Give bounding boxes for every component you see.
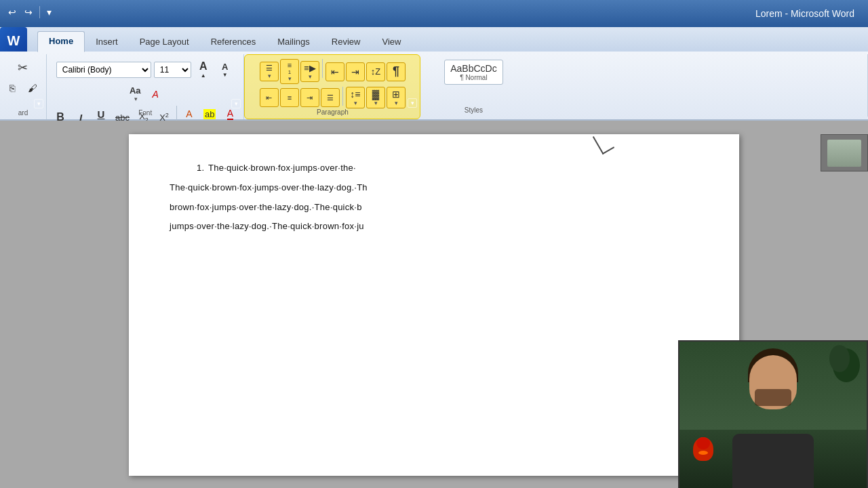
font-grow-button[interactable]: A▲ [194, 58, 213, 81]
style-preview[interactable]: AaBbCcDc ¶ Normal [444, 60, 502, 85]
numbering-button[interactable]: ≡ 1 ▾ [280, 59, 299, 84]
multilevel-list-button[interactable]: ≡▶ ▾ [300, 61, 319, 82]
cut-button[interactable]: ✂ [13, 58, 32, 77]
ribbon-group-paragraph: ☰ ▾ ≡ 1 ▾ ≡▶ ▾ ⇤ ⇥ [244, 54, 420, 119]
undo-button[interactable]: ↩ [5, 5, 19, 19]
document-page[interactable]: 1. The·quick·brown·fox·jumps·over·the· T… [129, 134, 739, 476]
title-bar: ↩ ↪ ▾ Lorem - Microsoft Word [0, 0, 868, 27]
justify-button[interactable]: ☰ [321, 88, 340, 107]
ribbon-group-styles: AaBbCcDc ¶ Normal Styles [420, 54, 868, 117]
clipboard-expand[interactable]: ▾ [34, 99, 43, 108]
style-normal-label: ¶ Normal [450, 74, 496, 81]
person-head [749, 355, 797, 409]
multilevel-icon: ≡▶ [304, 63, 316, 73]
ribbon: ✂ ⎘ 🖌 ard ▾ Calibri (Body) 11 A▲ A▼ [0, 52, 868, 121]
font-shrink-icon: A [222, 62, 228, 72]
align-right-icon: ⇥ [307, 94, 313, 102]
tab-review[interactable]: Review [321, 33, 372, 52]
center-icon: ≡ [288, 94, 292, 102]
office-icon: W [7, 33, 20, 49]
font-size-select[interactable]: 11 [154, 62, 191, 78]
font-shrink-button[interactable]: A▼ [216, 60, 235, 80]
borders-icon: ⊞ [392, 89, 400, 100]
paragraph-expand[interactable]: ▾ [408, 98, 417, 108]
show-paragraph-button[interactable]: ¶ [387, 62, 406, 81]
tab-insert[interactable]: Insert [85, 33, 129, 52]
ribbon-group-font: Calibri (Body) 11 A▲ A▼ Aa ▾ A B [47, 54, 244, 119]
ribbon-tab-bar: Home Insert Page Layout References Maili… [0, 27, 868, 52]
office-button[interactable]: W [0, 27, 27, 54]
sort-icon: ↕Z [371, 66, 380, 77]
line-spacing-icon: ↕≡ [350, 89, 360, 100]
increase-indent-icon: ⇥ [351, 66, 359, 77]
webcam-person [679, 342, 867, 488]
bullets-icon: ☰ [266, 64, 273, 73]
sort-button[interactable]: ↕Z [366, 62, 385, 81]
align-left-icon: ⇤ [266, 94, 272, 102]
style-preview-text: AaBbCcDc [450, 63, 496, 74]
text-line-4: jumps·over·the·lazy·dog.·The·quick·brown… [170, 220, 698, 234]
tab-references[interactable]: References [200, 33, 267, 52]
change-case-icon: Aa [130, 85, 141, 96]
elmo-doll [693, 437, 713, 461]
numbering-icon: ≡ [288, 61, 292, 69]
font-expand[interactable]: ▾ [231, 99, 241, 108]
ribbon-group-clipboard: ✂ ⎘ 🖌 ard ▾ [0, 54, 47, 119]
webcam-thumbnail [821, 134, 868, 171]
line-spacing-button[interactable]: ↕≡ ▾ [346, 87, 365, 108]
shading-icon: ▓ [372, 89, 379, 100]
font-group-label: Font [47, 109, 243, 117]
webcam-feed [678, 340, 868, 488]
tab-mailings[interactable]: Mailings [267, 33, 321, 52]
pilcrow-icon: ¶ [393, 64, 399, 79]
align-left-button[interactable]: ⇤ [260, 88, 279, 107]
decrease-indent-button[interactable]: ⇤ [326, 62, 344, 81]
tab-pagelayout[interactable]: Page Layout [129, 33, 200, 52]
clear-format-icon: A [153, 89, 159, 100]
text-line-1: 1. The·quick·brown·fox·jumps·over·the· [170, 161, 698, 176]
decrease-indent-icon: ⇤ [331, 66, 339, 77]
document-area: 1. The·quick·brown·fox·jumps·over·the· T… [0, 121, 868, 488]
tab-home[interactable]: Home [37, 31, 85, 52]
bullets-button[interactable]: ☰ ▾ [260, 62, 279, 81]
change-case-button[interactable]: Aa ▾ [125, 83, 144, 104]
quick-access-toolbar: ↩ ↪ ▾ [0, 5, 54, 19]
copy-button[interactable]: ⎘ [3, 79, 22, 98]
font-grow-icon: A [199, 60, 208, 73]
align-right-button[interactable]: ⇥ [300, 88, 319, 107]
para-divider2 [342, 87, 343, 106]
qa-separator [39, 6, 40, 18]
clipboard-label: ard [0, 109, 46, 117]
redo-button[interactable]: ↪ [22, 5, 35, 19]
para-divider1 [322, 59, 323, 78]
font-name-select[interactable]: Calibri (Body) [56, 62, 151, 78]
styles-label: Styles [465, 106, 483, 114]
format-painter-button[interactable]: 🖌 [23, 79, 42, 98]
clear-format-button[interactable]: A [146, 85, 165, 104]
borders-button[interactable]: ⊞ ▾ [387, 87, 406, 108]
text-line-3: brown·fox·jumps·over·the·lazy·dog.·The·q… [170, 201, 698, 215]
justify-icon: ☰ [327, 94, 334, 102]
increase-indent-button[interactable]: ⇥ [346, 62, 365, 81]
center-button[interactable]: ≡ [280, 88, 299, 107]
person-body [732, 434, 814, 488]
app-title: Lorem - Microsoft Word [755, 8, 854, 19]
customize-qa-button[interactable]: ▾ [44, 5, 54, 19]
paragraph-group-label: Paragraph [245, 108, 420, 116]
document-text: 1. The·quick·brown·fox·jumps·over·the· T… [170, 161, 698, 234]
tab-view[interactable]: View [371, 33, 412, 52]
shading-button[interactable]: ▓ ▾ [366, 87, 385, 108]
text-line-2: The·quick·brown·fox·jumps·over·the·lazy·… [170, 181, 698, 195]
